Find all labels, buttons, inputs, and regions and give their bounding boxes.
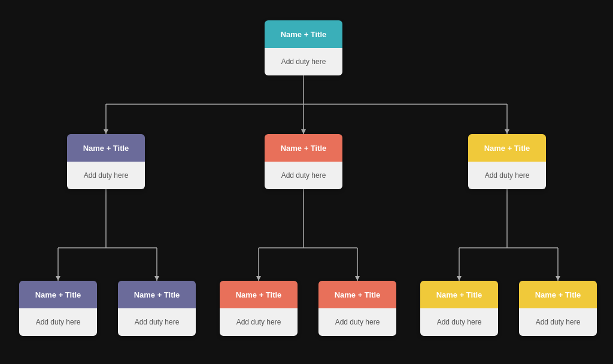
org-chart: Name + Title Add duty here Name + Title … (13, 8, 600, 356)
node-bot-ll-body: Add duty here (19, 308, 97, 336)
svg-marker-6 (301, 129, 306, 134)
svg-marker-19 (355, 276, 360, 281)
node-bot-ll-duty: Add duty here (36, 318, 81, 326)
node-bot-rr-duty: Add duty here (536, 318, 581, 326)
node-bot-cr-body: Add duty here (318, 308, 396, 336)
node-bot-lr-duty: Add duty here (135, 318, 180, 326)
svg-marker-25 (556, 276, 560, 281)
node-mid-center-header: Name + Title (265, 134, 342, 162)
node-bot-cr-duty: Add duty here (335, 318, 380, 326)
node-root-label: Name + Title (281, 30, 327, 39)
node-mid-left-duty: Add duty here (84, 171, 129, 180)
svg-marker-13 (154, 276, 159, 281)
node-bot-cr-header: Name + Title (318, 281, 396, 308)
node-mid-center-body: Add duty here (265, 162, 342, 189)
svg-marker-24 (457, 276, 462, 281)
node-bot-rl-header: Name + Title (420, 281, 498, 308)
node-mid-center[interactable]: Name + Title Add duty here (265, 134, 342, 189)
node-mid-right-body: Add duty here (468, 162, 546, 189)
node-bot-rl[interactable]: Name + Title Add duty here (420, 281, 498, 336)
node-mid-left-label: Name + Title (83, 144, 129, 153)
node-bot-cr[interactable]: Name + Title Add duty here (318, 281, 396, 336)
svg-marker-5 (104, 129, 108, 134)
node-bot-cl[interactable]: Name + Title Add duty here (220, 281, 298, 336)
node-bot-cl-label: Name + Title (236, 290, 282, 299)
node-bot-cl-duty: Add duty here (236, 318, 281, 326)
node-root-duty: Add duty here (281, 57, 326, 66)
node-bot-ll-header: Name + Title (19, 281, 97, 308)
node-mid-right-label: Name + Title (484, 144, 530, 153)
node-mid-center-duty: Add duty here (281, 171, 326, 180)
node-bot-rl-body: Add duty here (420, 308, 498, 336)
svg-marker-18 (256, 276, 261, 281)
node-bot-rr[interactable]: Name + Title Add duty here (519, 281, 597, 336)
node-mid-right-duty: Add duty here (485, 171, 530, 180)
node-bot-rr-label: Name + Title (535, 290, 581, 299)
node-mid-left[interactable]: Name + Title Add duty here (67, 134, 145, 189)
node-bot-ll-label: Name + Title (35, 290, 81, 299)
node-bot-rr-body: Add duty here (519, 308, 597, 336)
svg-marker-7 (505, 129, 509, 134)
node-bot-cl-body: Add duty here (220, 308, 298, 336)
node-bot-rl-label: Name + Title (436, 290, 482, 299)
node-bot-ll[interactable]: Name + Title Add duty here (19, 281, 97, 336)
node-mid-center-label: Name + Title (281, 144, 327, 153)
node-bot-lr[interactable]: Name + Title Add duty here (118, 281, 196, 336)
node-bot-rl-duty: Add duty here (437, 318, 482, 326)
node-root-header: Name + Title (265, 20, 342, 48)
node-bot-lr-header: Name + Title (118, 281, 196, 308)
node-mid-right[interactable]: Name + Title Add duty here (468, 134, 546, 189)
node-mid-left-header: Name + Title (67, 134, 145, 162)
node-bot-lr-label: Name + Title (134, 290, 180, 299)
node-root[interactable]: Name + Title Add duty here (265, 20, 342, 75)
node-bot-cr-label: Name + Title (335, 290, 381, 299)
svg-marker-12 (56, 276, 60, 281)
node-mid-left-body: Add duty here (67, 162, 145, 189)
node-bot-rr-header: Name + Title (519, 281, 597, 308)
node-bot-lr-body: Add duty here (118, 308, 196, 336)
node-root-body: Add duty here (265, 48, 342, 75)
node-bot-cl-header: Name + Title (220, 281, 298, 308)
node-mid-right-header: Name + Title (468, 134, 546, 162)
